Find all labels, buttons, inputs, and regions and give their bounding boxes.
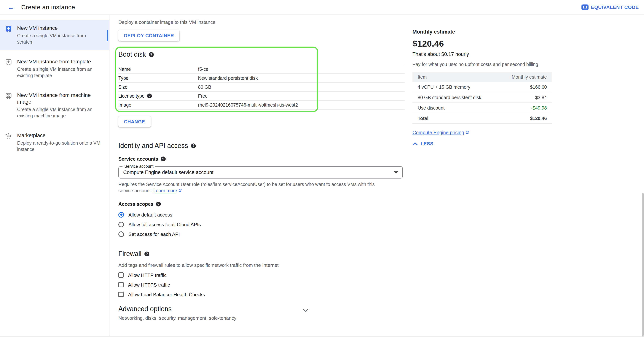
checkbox-label: Allow Load Balancer Health Checks: [128, 292, 205, 297]
row-label: Type: [118, 76, 198, 81]
sidebar-item-marketplace[interactable]: Marketplace Deploy a ready-to-go solutio…: [0, 127, 109, 157]
less-label: LESS: [421, 141, 434, 146]
radio-allow-default-access[interactable]: Allow default access: [118, 210, 405, 219]
main-form: Deploy a container image to this VM inst…: [118, 15, 405, 336]
table-row: License type ? Free: [118, 92, 405, 101]
radio-label: Set access for each API: [128, 231, 180, 237]
pricing-link-row: Compute Engine pricing: [412, 130, 552, 136]
service-account-select-label: Service account: [122, 164, 156, 168]
sidebar-item-title: New VM instance: [17, 25, 58, 31]
back-arrow-icon[interactable]: ←: [8, 4, 14, 11]
external-link-icon: [178, 188, 182, 195]
equivalent-code-button[interactable]: EQUIVALENT CODE: [581, 5, 639, 10]
service-account-select[interactable]: Service account Compute Engine default s…: [118, 166, 403, 178]
less-toggle[interactable]: LESS: [412, 141, 552, 146]
checkbox-label: Allow HTTPS traffic: [128, 282, 170, 287]
compute-engine-pricing-link[interactable]: Compute Engine pricing: [412, 130, 470, 135]
radio-set-access-each-api[interactable]: Set access for each API: [118, 229, 405, 239]
row-value: Free: [198, 93, 208, 99]
col-item: Item: [418, 74, 427, 80]
code-icon: [581, 5, 588, 10]
radio-allow-full-access[interactable]: Allow full access to all Cloud APIs: [118, 219, 405, 229]
firewall-description: Add tags and firewall rules to allow spe…: [118, 262, 405, 268]
checkbox-icon: [118, 282, 124, 287]
sidebar-item-text: New VM instance Create a single VM insta…: [17, 25, 104, 46]
estimate-price: $120.46: [412, 39, 552, 49]
identity-section-title: Identity and API access: [118, 141, 188, 150]
checkbox-icon: [118, 292, 124, 297]
col-monthly-estimate: Monthly estimate: [512, 74, 547, 80]
checkbox-allow-https-traffic[interactable]: Allow HTTPS traffic: [118, 280, 405, 289]
checkbox-label: Allow HTTP traffic: [128, 272, 166, 278]
sidebar-scrollbar-thumb[interactable]: [107, 30, 108, 41]
row-label: Image: [118, 102, 198, 108]
row-item: Total: [418, 116, 428, 121]
advanced-options-subtitle: Networking, disks, security, management,…: [118, 315, 405, 321]
machine-image-icon: [5, 92, 12, 100]
page-scrollbar-thumb[interactable]: [642, 193, 644, 336]
boot-disk-title-row: Boot disk ?: [118, 50, 405, 59]
estimate-note: Pay for what you use: no upfront costs a…: [412, 62, 552, 67]
row-label: Name: [118, 67, 198, 72]
external-link-icon: [465, 130, 470, 136]
sidebar-item-description: Create a single VM instance from an exis…: [17, 107, 104, 119]
equivalent-code-label: EQUIVALENT CODE: [591, 5, 639, 10]
checkbox-allow-lb-health-checks[interactable]: Allow Load Balancer Health Checks: [118, 289, 405, 299]
page-title: Create an instance: [21, 4, 75, 11]
row-value: New standard persistent disk: [198, 76, 258, 81]
pricing-link-label: Compute Engine pricing: [412, 130, 464, 135]
firewall-options: Allow HTTP traffic Allow HTTPS traffic A…: [118, 270, 405, 299]
table-row: Image rhel9-20240216075746-multi-voltmes…: [118, 101, 405, 110]
checkbox-allow-http-traffic[interactable]: Allow HTTP traffic: [118, 270, 405, 280]
monthly-estimate-panel: Monthly estimate $120.46 That's about $0…: [412, 15, 552, 146]
change-boot-disk-button[interactable]: CHANGE: [118, 116, 150, 127]
row-value: $166.60: [530, 84, 547, 90]
radio-icon: [118, 231, 124, 237]
sidebar-item-text: Marketplace Deploy a ready-to-go solutio…: [17, 132, 104, 153]
help-icon[interactable]: ?: [156, 202, 161, 206]
chevron-down-icon[interactable]: [303, 307, 308, 313]
help-icon[interactable]: ?: [144, 251, 149, 256]
page: ← Create an instance EQUIVALENT CODE New…: [0, 0, 644, 338]
help-icon[interactable]: ?: [161, 157, 166, 161]
radio-label: Allow full access to all Cloud APIs: [128, 222, 201, 227]
row-value: $120.46: [530, 116, 547, 121]
sidebar-item-new-vm-instance[interactable]: New VM instance Create a single VM insta…: [0, 20, 109, 50]
help-icon[interactable]: ?: [149, 52, 154, 57]
help-icon[interactable]: ?: [191, 143, 196, 148]
row-label: Size: [118, 84, 198, 90]
sidebar-item-new-vm-from-template[interactable]: New VM instance from template Create a s…: [0, 54, 109, 84]
advanced-options-title: Advanced options: [118, 304, 405, 313]
access-scopes-label: Access scopes: [118, 201, 153, 207]
row-item: 4 vCPU + 15 GB memory: [418, 84, 470, 90]
chevron-up-icon: [412, 141, 418, 146]
table-row: Use discount -$49.98: [412, 103, 552, 113]
help-icon[interactable]: ?: [147, 94, 152, 98]
marketplace-cart-icon: [5, 132, 12, 140]
table-row-total: Total $120.46: [412, 113, 552, 124]
table-row: Name f5-ce: [118, 65, 405, 74]
row-value: rhel9-20240216075746-multi-voltmesh-us-w…: [198, 102, 298, 108]
service-accounts-label: Service accounts: [118, 156, 158, 162]
row-value-discount: -$49.98: [531, 105, 547, 111]
bottom-divider: [0, 336, 644, 337]
boot-disk-table: Name f5-ce Type New standard persistent …: [118, 65, 405, 110]
estimate-hourly: That's about $0.17 hourly: [412, 52, 552, 57]
estimate-table-header: Item Monthly estimate: [412, 72, 552, 82]
sidebar-item-description: Create a single VM instance from an exis…: [17, 66, 104, 79]
row-value: $3.84: [535, 95, 547, 100]
radio-label: Allow default access: [128, 212, 172, 217]
deploy-container-button[interactable]: DEPLOY CONTAINER: [118, 30, 180, 41]
learn-more-link[interactable]: Learn more: [153, 188, 182, 193]
estimate-table: Item Monthly estimate 4 vCPU + 15 GB mem…: [412, 72, 552, 124]
row-value: 80 GB: [198, 84, 211, 90]
row-label: License type ?: [118, 93, 198, 99]
estimate-title: Monthly estimate: [412, 29, 552, 35]
sidebar: New VM instance Create a single VM insta…: [0, 15, 110, 336]
sidebar-item-new-vm-from-machine-image[interactable]: New VM instance from machine image Creat…: [0, 87, 109, 124]
table-row: 80 GB standard persistent disk $3.84: [412, 92, 552, 103]
access-scopes-options: Allow default access Allow full access t…: [118, 210, 405, 239]
learn-more-label: Learn more: [153, 188, 177, 193]
vm-instance-icon: [5, 25, 12, 33]
advanced-options-section[interactable]: Advanced options Networking, disks, secu…: [118, 304, 405, 321]
